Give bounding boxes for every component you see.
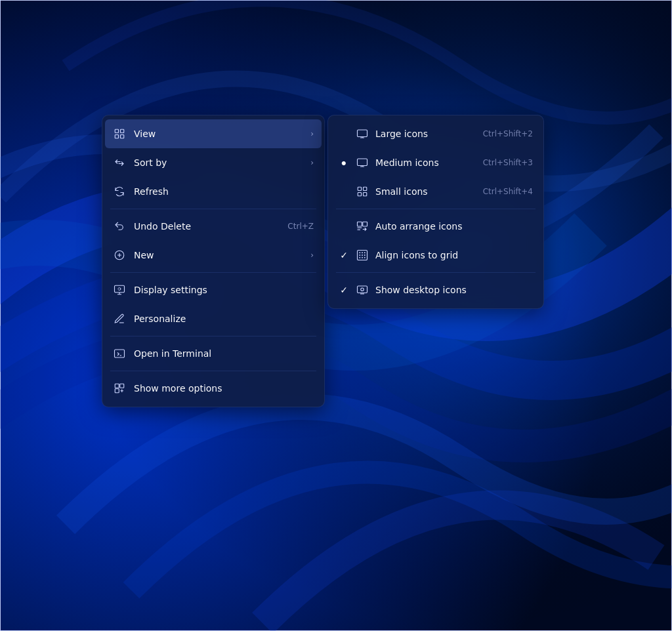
svg-point-8 xyxy=(118,288,121,291)
svg-rect-22 xyxy=(358,286,368,293)
shortcut-medium: Ctrl+Shift+3 xyxy=(483,158,533,167)
display-icon xyxy=(113,283,126,296)
svg-rect-20 xyxy=(363,222,368,226)
shortcut-undo: Ctrl+Z xyxy=(287,222,314,231)
svg-rect-16 xyxy=(364,187,367,190)
submenu-label-medium-icons: Medium icons xyxy=(375,157,476,168)
svg-rect-12 xyxy=(115,389,119,393)
shortcut-large: Ctrl+Shift+2 xyxy=(483,129,533,138)
arrow-icon-view: › xyxy=(310,129,314,138)
monitor-medium-icon xyxy=(356,156,369,169)
new-icon xyxy=(113,249,126,262)
svg-rect-19 xyxy=(358,222,362,226)
svg-rect-5 xyxy=(121,135,124,138)
separator-4 xyxy=(110,371,316,371)
svg-point-23 xyxy=(361,288,364,291)
shortcut-small: Ctrl+Shift+4 xyxy=(483,187,533,196)
menu-label-personalize: Personalize xyxy=(134,314,314,324)
submenu-view: Large icons Ctrl+Shift+2 ● Medium icons … xyxy=(327,115,544,309)
menu-item-new[interactable]: New › xyxy=(102,241,324,270)
svg-rect-14 xyxy=(358,159,368,166)
menu-label-new: New xyxy=(134,250,303,260)
svg-rect-15 xyxy=(358,187,361,190)
monitor-large-icon xyxy=(356,127,369,140)
svg-rect-7 xyxy=(115,285,125,293)
menu-label-refresh: Refresh xyxy=(134,186,314,197)
submenu-separator-2 xyxy=(336,272,536,273)
grid-icon xyxy=(113,127,126,140)
submenu-item-large-icons[interactable]: Large icons Ctrl+Shift+2 xyxy=(328,119,543,148)
menu-label-view: View xyxy=(134,129,303,139)
menu-item-personalize[interactable]: Personalize xyxy=(102,304,324,333)
svg-rect-2 xyxy=(115,129,118,132)
auto-arrange-icon xyxy=(356,220,369,233)
context-menu-wrapper: View › Sort by › Refresh Undo Delete Ctr… xyxy=(102,115,544,407)
submenu-label-auto-arrange: Auto arrange icons xyxy=(375,221,533,232)
submenu-label-show-desktop: Show desktop icons xyxy=(375,285,533,295)
menu-label-open-terminal: Open in Terminal xyxy=(134,348,314,359)
menu-item-sort-by[interactable]: Sort by › xyxy=(102,148,324,177)
desktop-icon xyxy=(356,283,369,296)
svg-rect-17 xyxy=(358,193,361,196)
svg-rect-11 xyxy=(120,384,124,388)
refresh-icon xyxy=(113,185,126,198)
separator-2 xyxy=(110,272,316,273)
separator-3 xyxy=(110,336,316,336)
arrow-icon-new: › xyxy=(310,251,314,260)
grid-sm-icon xyxy=(356,185,369,198)
submenu-label-align-grid: Align icons to grid xyxy=(375,250,533,260)
menu-item-display-settings[interactable]: Display settings xyxy=(102,275,324,304)
svg-rect-10 xyxy=(115,384,119,388)
align-icon xyxy=(356,249,369,262)
submenu-label-large-icons: Large icons xyxy=(375,129,476,139)
menu-item-refresh[interactable]: Refresh xyxy=(102,177,324,206)
submenu-item-align-grid[interactable]: ✓ Align icons to grid xyxy=(328,241,543,270)
sort-icon xyxy=(113,156,126,169)
submenu-item-show-desktop[interactable]: ✓ Show desktop icons xyxy=(328,275,543,304)
submenu-separator-1 xyxy=(336,209,536,209)
menu-item-show-more[interactable]: Show more options xyxy=(102,374,324,403)
undo-icon xyxy=(113,220,126,233)
submenu-item-small-icons[interactable]: Small icons Ctrl+Shift+4 xyxy=(328,177,543,206)
menu-label-sort-by: Sort by xyxy=(134,157,303,168)
arrow-icon-sort: › xyxy=(310,158,314,167)
check-desktop: ✓ xyxy=(339,285,349,295)
svg-rect-4 xyxy=(115,135,118,138)
menu-label-undo-delete: Undo Delete xyxy=(134,221,280,232)
submenu-item-medium-icons[interactable]: ● Medium icons Ctrl+Shift+3 xyxy=(328,148,543,177)
menu-item-open-terminal[interactable]: Open in Terminal xyxy=(102,339,324,368)
submenu-item-auto-arrange[interactable]: Auto arrange icons xyxy=(328,212,543,241)
menu-label-show-more: Show more options xyxy=(134,383,314,394)
menu-item-undo-delete[interactable]: Undo Delete Ctrl+Z xyxy=(102,212,324,241)
svg-rect-18 xyxy=(364,193,367,196)
check-align: ✓ xyxy=(339,250,349,260)
svg-rect-3 xyxy=(121,129,124,132)
svg-rect-13 xyxy=(358,130,368,137)
context-menu: View › Sort by › Refresh Undo Delete Ctr… xyxy=(102,115,325,407)
separator-1 xyxy=(110,209,316,209)
more-icon xyxy=(113,382,126,395)
svg-rect-9 xyxy=(115,350,125,357)
menu-item-view[interactable]: View › xyxy=(105,119,322,148)
bullet-medium: ● xyxy=(339,160,349,166)
terminal-icon xyxy=(113,347,126,360)
personalize-icon xyxy=(113,312,126,325)
submenu-label-small-icons: Small icons xyxy=(375,186,476,197)
menu-label-display-settings: Display settings xyxy=(134,285,314,295)
